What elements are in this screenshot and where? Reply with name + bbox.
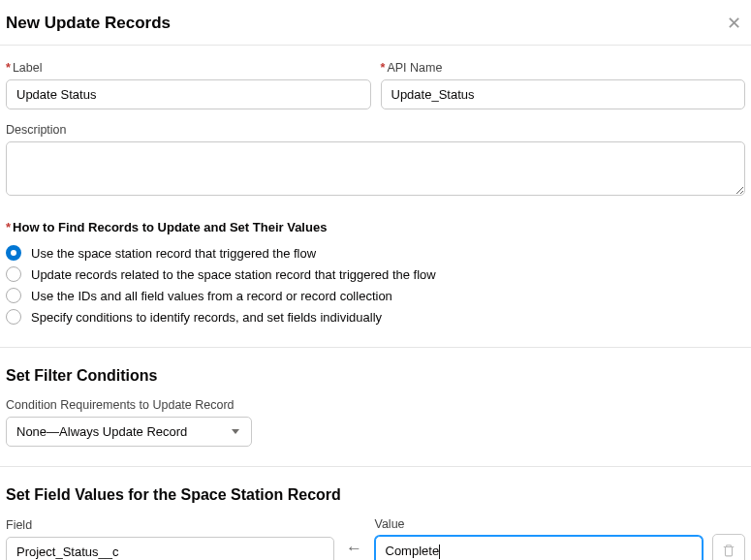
condition-requirements-value: None—Always Update Record: [16, 424, 187, 439]
field-column-label: Field: [6, 518, 334, 532]
close-icon[interactable]: ✕: [727, 15, 745, 32]
condition-requirements-label: Condition Requirements to Update Record: [6, 398, 745, 412]
set-field-values-heading: Set Field Values for the Space Station R…: [6, 486, 745, 504]
value-input-text: Complete: [386, 544, 440, 558]
radio-label: Use the IDs and all field values from a …: [31, 289, 392, 303]
radio-label: Update records related to the space stat…: [31, 267, 436, 282]
delete-row-button[interactable]: [712, 534, 745, 560]
field-input[interactable]: [6, 537, 334, 560]
trash-icon: [722, 544, 735, 557]
label-input[interactable]: [6, 79, 371, 109]
divider: [0, 466, 751, 467]
text-cursor: [439, 544, 440, 559]
radio-option-related-records[interactable]: [6, 266, 21, 282]
filter-conditions-heading: Set Filter Conditions: [6, 367, 745, 385]
api-name-field-label: API Name: [381, 61, 746, 75]
how-to-find-heading: How to Find Records to Update and Set Th…: [6, 220, 745, 234]
chevron-down-icon: [232, 429, 239, 434]
description-field-label: Description: [6, 123, 745, 137]
divider: [0, 45, 751, 46]
radio-label: Specify conditions to identify records, …: [31, 310, 382, 325]
condition-requirements-select[interactable]: None—Always Update Record: [6, 417, 252, 447]
dialog-title: New Update Records: [6, 14, 171, 33]
description-textarea[interactable]: [6, 141, 745, 196]
radio-option-ids-collection[interactable]: [6, 288, 21, 303]
radio-option-triggering-record[interactable]: [6, 245, 21, 261]
radio-option-specify-conditions[interactable]: [6, 309, 21, 325]
radio-label: Use the space station record that trigge…: [31, 246, 316, 261]
divider: [0, 347, 751, 348]
label-field-label: Label: [6, 61, 371, 75]
api-name-input[interactable]: [381, 79, 746, 109]
arrow-left-icon: ←: [344, 532, 365, 560]
value-column-label: Value: [375, 517, 704, 531]
value-input[interactable]: Complete: [375, 536, 704, 560]
